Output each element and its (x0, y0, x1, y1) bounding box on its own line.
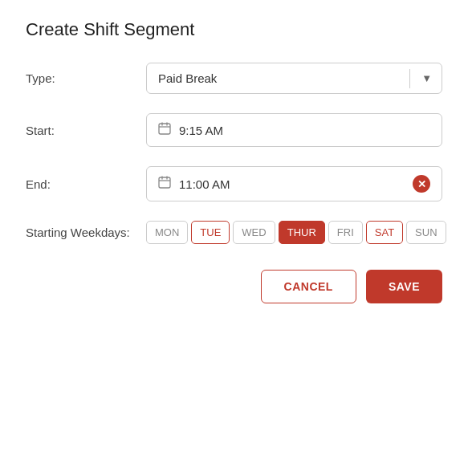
type-control: Paid Break ▼ (146, 63, 442, 94)
calendar-icon-end (158, 176, 171, 192)
start-control: 9:15 AM (146, 113, 442, 147)
type-label: Type: (26, 71, 146, 85)
end-label: End: (26, 177, 146, 191)
end-control: 11:00 AM ✕ (146, 166, 442, 201)
clear-end-button[interactable]: ✕ (413, 175, 430, 193)
weekday-sat[interactable]: SAT (366, 221, 403, 244)
type-select[interactable]: Paid Break ▼ (146, 63, 442, 94)
actions-bar: CANCEL SAVE (26, 270, 442, 303)
type-row: Type: Paid Break ▼ (26, 63, 442, 94)
start-row: Start: 9:15 AM (26, 113, 442, 147)
svg-rect-4 (159, 177, 170, 188)
svg-rect-0 (159, 124, 170, 134)
end-input[interactable]: 11:00 AM ✕ (146, 166, 442, 201)
type-value: Paid Break (147, 63, 408, 93)
weekday-tue[interactable]: TUE (191, 221, 230, 244)
page-title: Create Shift Segment (26, 19, 442, 40)
weekday-mon[interactable]: MON (146, 221, 188, 244)
weekday-wed[interactable]: WED (233, 221, 275, 244)
cancel-button[interactable]: CANCEL (261, 270, 356, 303)
chevron-down-icon[interactable]: ▼ (412, 64, 442, 92)
weekdays-label: Starting Weekdays: (26, 226, 146, 239)
start-label: Start: (26, 124, 146, 137)
calendar-icon (158, 122, 171, 138)
end-row: End: 11:00 AM ✕ (26, 166, 442, 201)
weekday-fri[interactable]: FRI (328, 221, 363, 244)
start-value: 9:15 AM (179, 124, 430, 137)
weekday-sun[interactable]: SUN (406, 221, 446, 244)
save-button[interactable]: SAVE (366, 270, 442, 303)
end-value: 11:00 AM (179, 177, 413, 191)
start-input[interactable]: 9:15 AM (146, 113, 442, 147)
weekday-thur[interactable]: THUR (279, 221, 325, 244)
weekdays-list: MON TUE WED THUR FRI SAT SUN (146, 221, 446, 244)
select-divider (409, 69, 410, 88)
weekdays-row: Starting Weekdays: MON TUE WED THUR FRI … (26, 221, 442, 244)
